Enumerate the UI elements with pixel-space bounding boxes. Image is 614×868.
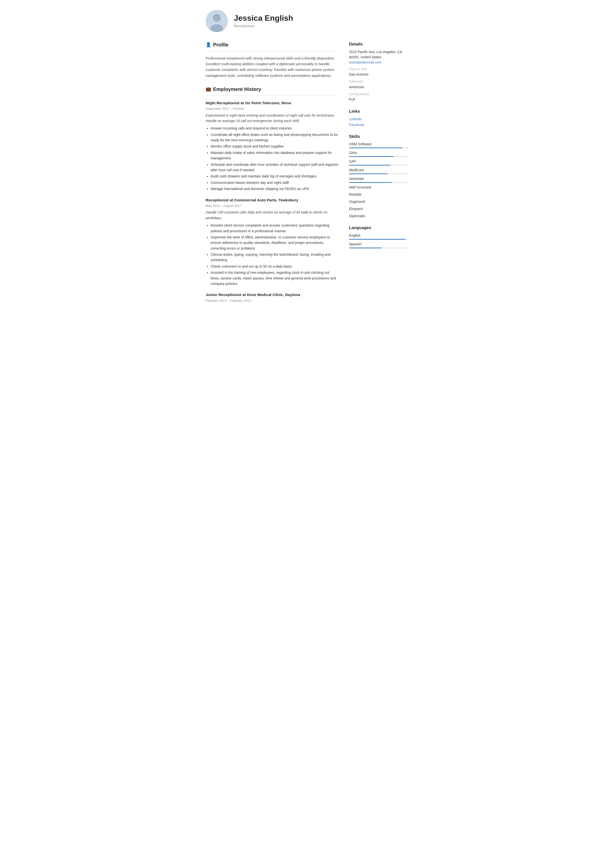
skill-medicare-bar-fill	[349, 174, 388, 174]
job-1-bullet-3: Monitor office supply stock and kitchen …	[211, 144, 339, 149]
job-2: Receptionist at Commercial Auto Parts, T…	[206, 197, 339, 287]
skill-zoho-bar-fill	[349, 156, 393, 157]
skill-automate-bar-bg	[349, 182, 408, 183]
job-1-title: Night Receptionist at On Point Telecoms,…	[206, 100, 339, 106]
profile-text: Professional receptionist with strong in…	[206, 56, 339, 79]
details-section: Details 1515 Pacific Ave, Los Angeles, C…	[349, 41, 408, 102]
job-2-dates: May 2014 – August 2017	[206, 203, 339, 208]
address: 1515 Pacific Ave, Los Angeles, CA 90291,…	[349, 50, 408, 60]
links-section-title: Links	[349, 108, 408, 115]
job-1-bullets: Answer incoming calls and respond to cli…	[206, 126, 339, 192]
job-1-bullet-6: Audit cash drawers and maintain daily lo…	[211, 174, 339, 179]
skill-eloquent: Eloquent	[349, 206, 408, 211]
email: example@email.com	[349, 60, 408, 65]
lang-english-bar-bg	[349, 239, 408, 240]
nationality-label: Nationality	[349, 79, 408, 84]
place-of-birth: San Antonio	[349, 72, 408, 78]
skill-medicare: MediCare	[349, 167, 408, 174]
lang-spanish: Spanish	[349, 242, 408, 248]
skill-crm-bar-fill	[349, 147, 403, 148]
skill-organized: Organized	[349, 199, 408, 205]
job-1: Night Receptionist at On Point Telecoms,…	[206, 100, 339, 192]
skill-sap-name: SAP	[349, 159, 408, 164]
job-2-bullet-1: Resolve client service complaints and an…	[211, 223, 339, 234]
profile-icon: 👤	[206, 42, 211, 48]
skill-wellgroomed: Well Groomed	[349, 185, 408, 190]
job-1-bullet-2: Coordinate all night office duties such …	[211, 132, 339, 143]
skill-eloquent-name: Eloquent	[349, 206, 408, 211]
skill-wellgroomed-name: Well Groomed	[349, 185, 408, 190]
job-2-bullet-2: Supervise the work of office, administra…	[211, 234, 339, 251]
skill-sap-bar-bg	[349, 165, 408, 166]
skill-crm: CRM Software	[349, 141, 408, 148]
candidate-title: Receptionist	[234, 23, 293, 29]
skill-sap-bar-fill	[349, 165, 390, 166]
profile-section: 👤 Profile Professional receptionist with…	[206, 41, 339, 79]
skill-diplomatic-name: Diplomatic	[349, 214, 408, 219]
nationality: American	[349, 85, 408, 90]
job-1-dates: September 2017 – Present	[206, 106, 339, 111]
languages-section-title: Languages	[349, 225, 408, 231]
linkedin-link[interactable]: Linkedin	[349, 116, 408, 122]
employment-section-title: 💼 Employment History	[206, 85, 339, 93]
avatar	[206, 10, 228, 32]
lang-english: English	[349, 233, 408, 240]
job-2-bullet-5: Assisted in the training of new employee…	[211, 270, 339, 286]
skill-medicare-bar-bg	[349, 174, 408, 174]
lang-spanish-name: Spanish	[349, 242, 408, 247]
skill-automate-name: Automate	[349, 176, 408, 181]
job-1-bullet-1: Answer incoming calls and respond to cli…	[211, 126, 339, 131]
job-2-bullet-4: Check customers in and out up to 50 on a…	[211, 264, 339, 269]
sidebar-column: Details 1515 Pacific Ave, Los Angeles, C…	[349, 41, 408, 310]
job-1-bullet-7: Communication liaison between day and ni…	[211, 180, 339, 185]
skill-sap: SAP	[349, 159, 408, 166]
lang-spanish-bar-bg	[349, 248, 408, 248]
skills-section-title: Skills	[349, 133, 408, 140]
job-3-title: Junior Receptionist at Dove Medical Clin…	[206, 292, 339, 298]
profile-section-title: 👤 Profile	[206, 41, 339, 48]
skill-zoho-name: Zoho	[349, 150, 408, 155]
skill-automate: Automate	[349, 176, 408, 183]
employment-icon: 💼	[206, 86, 211, 92]
driving-license-label: Driving license	[349, 92, 408, 97]
job-1-summary: Experienced in night desk working and co…	[206, 113, 339, 124]
lang-english-bar-fill	[349, 239, 406, 240]
header: Jessica English Receptionist	[206, 10, 408, 32]
skill-diplomatic: Diplomatic	[349, 214, 408, 219]
details-section-title: Details	[349, 41, 408, 47]
driving-license: Full	[349, 97, 408, 102]
links-section: Links Linkedin Facebook	[349, 108, 408, 127]
skill-reliable-name: Reliable	[349, 192, 408, 197]
skill-zoho-bar-bg	[349, 156, 408, 157]
main-columns: 👤 Profile Professional receptionist with…	[206, 41, 408, 310]
employment-divider	[206, 95, 339, 96]
job-2-bullets: Resolve client service complaints and an…	[206, 223, 339, 286]
job-1-bullet-5: Schedule and coordinate after hour activ…	[211, 162, 339, 173]
skill-medicare-name: MediCare	[349, 167, 408, 173]
skill-automate-bar-fill	[349, 182, 392, 183]
skill-crm-bar-bg	[349, 147, 408, 148]
job-2-bullet-3: Clerical duties, typing, copying, mannin…	[211, 252, 339, 263]
job-2-title: Receptionist at Commercial Auto Parts, T…	[206, 197, 339, 203]
skills-section: Skills CRM Software Zoho SAP	[349, 133, 408, 219]
facebook-link[interactable]: Facebook	[349, 122, 408, 127]
job-3: Junior Receptionist at Dove Medical Clin…	[206, 292, 339, 303]
skill-zoho: Zoho	[349, 150, 408, 157]
lang-spanish-bar-fill	[349, 248, 382, 248]
job-1-bullet-8: Manage international and domestic shippi…	[211, 186, 339, 192]
svg-point-1	[213, 14, 221, 22]
skill-crm-name: CRM Software	[349, 141, 408, 147]
job-1-bullet-4: Maintain daily intake of sales informati…	[211, 150, 339, 161]
skill-organized-name: Organized	[349, 199, 408, 205]
resume-page: Jessica English Receptionist 👤 Profile P…	[196, 0, 418, 325]
main-column: 👤 Profile Professional receptionist with…	[206, 41, 339, 310]
job-2-summary: Handle 100 customer calls daily and serv…	[206, 209, 339, 221]
employment-section: 💼 Employment History Night Receptionist …	[206, 85, 339, 303]
lang-english-name: English	[349, 233, 408, 238]
job-3-dates: February 2013 – February 2014	[206, 298, 339, 303]
skill-reliable: Reliable	[349, 192, 408, 197]
header-info: Jessica English Receptionist	[234, 13, 293, 29]
languages-section: Languages English Spanish	[349, 225, 408, 248]
place-of-birth-label: Place of birth	[349, 67, 408, 72]
candidate-name: Jessica English	[234, 13, 293, 23]
